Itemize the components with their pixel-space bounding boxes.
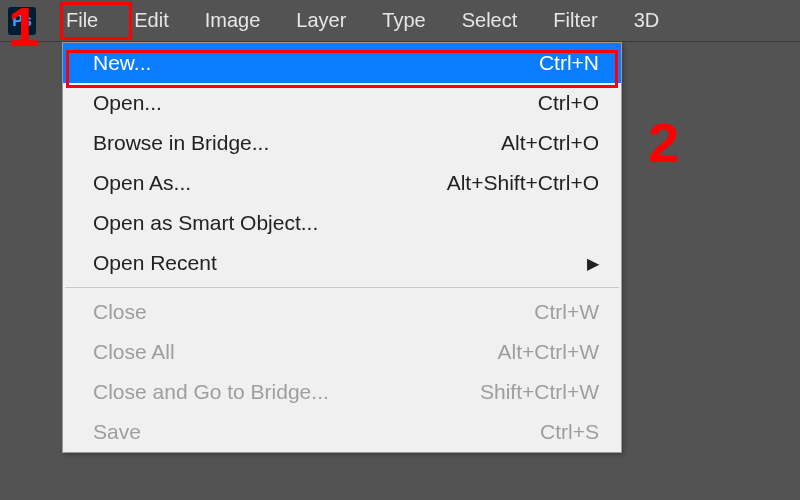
submenu-arrow-icon: ▶: [587, 254, 599, 273]
menu-item-open-recent[interactable]: Open Recent ▶: [63, 243, 621, 283]
menu-filter[interactable]: Filter: [535, 3, 615, 38]
menu-item-shortcut: Shift+Ctrl+W: [480, 380, 599, 404]
menu-item-label: Open...: [93, 91, 162, 115]
menu-3d[interactable]: 3D: [616, 3, 678, 38]
menu-item-shortcut: Ctrl+W: [534, 300, 599, 324]
menu-image[interactable]: Image: [187, 3, 279, 38]
menu-item-open-smart-object[interactable]: Open as Smart Object...: [63, 203, 621, 243]
menu-layer[interactable]: Layer: [278, 3, 364, 38]
menu-item-label: Close: [93, 300, 147, 324]
menu-item-browse-bridge[interactable]: Browse in Bridge... Alt+Ctrl+O: [63, 123, 621, 163]
menu-item-label: Close All: [93, 340, 175, 364]
menu-item-close-bridge[interactable]: Close and Go to Bridge... Shift+Ctrl+W: [63, 372, 621, 412]
menubar: Ps File Edit Image Layer Type Select Fil…: [0, 0, 800, 42]
menu-item-label: Open as Smart Object...: [93, 211, 318, 235]
menu-item-open[interactable]: Open... Ctrl+O: [63, 83, 621, 123]
menu-item-label: Open As...: [93, 171, 191, 195]
menu-item-shortcut: Ctrl+N: [539, 51, 599, 75]
file-dropdown: New... Ctrl+N Open... Ctrl+O Browse in B…: [62, 42, 622, 453]
menu-item-save[interactable]: Save Ctrl+S: [63, 412, 621, 452]
menu-separator: [65, 287, 619, 288]
menu-item-open-as[interactable]: Open As... Alt+Shift+Ctrl+O: [63, 163, 621, 203]
menu-item-close-all[interactable]: Close All Alt+Ctrl+W: [63, 332, 621, 372]
menu-item-shortcut: Ctrl+S: [540, 420, 599, 444]
annotation-number-2: 2: [648, 110, 679, 175]
menu-item-label: Save: [93, 420, 141, 444]
menu-item-label: New...: [93, 51, 151, 75]
menu-item-shortcut: Alt+Ctrl+W: [497, 340, 599, 364]
menu-item-label: Open Recent: [93, 251, 217, 275]
menu-item-label: Close and Go to Bridge...: [93, 380, 329, 404]
menu-item-label: Browse in Bridge...: [93, 131, 269, 155]
app-icon: Ps: [8, 7, 36, 35]
menu-type[interactable]: Type: [364, 3, 443, 38]
menu-file[interactable]: File: [48, 3, 116, 38]
menu-item-shortcut: Alt+Ctrl+O: [501, 131, 599, 155]
menu-item-shortcut: Alt+Shift+Ctrl+O: [447, 171, 599, 195]
menu-item-close[interactable]: Close Ctrl+W: [63, 292, 621, 332]
menu-item-shortcut: Ctrl+O: [538, 91, 599, 115]
menu-select[interactable]: Select: [444, 3, 536, 38]
menu-item-new[interactable]: New... Ctrl+N: [63, 43, 621, 83]
menu-edit[interactable]: Edit: [116, 3, 186, 38]
